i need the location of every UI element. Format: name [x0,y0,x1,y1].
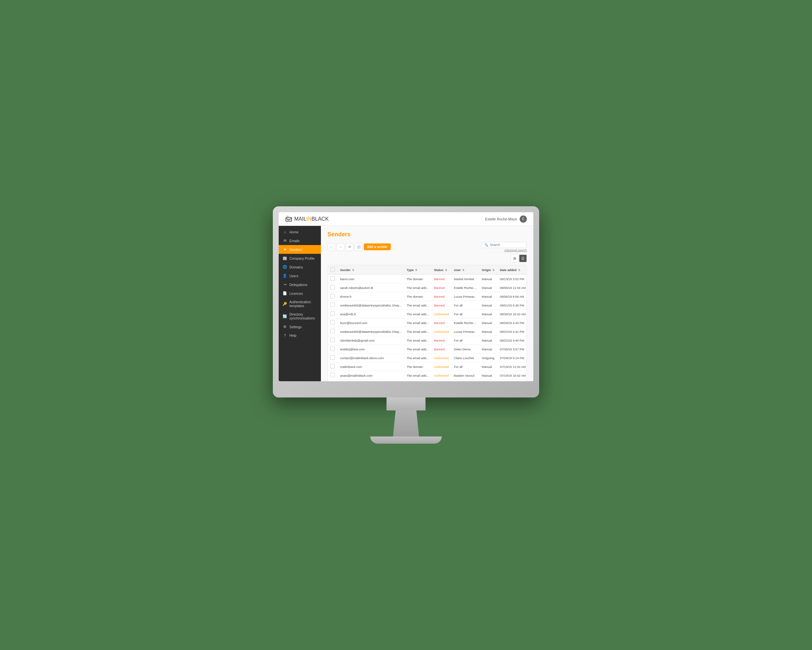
user-col-header[interactable]: User ⇅ [452,265,479,275]
row-origin-6: Manual [479,327,497,336]
sidebar-item-company-profile[interactable]: 🏢Company Profile [279,254,321,263]
row-type-3: The email add... [404,301,431,310]
sidebar-item-help[interactable]: ?Help [279,331,321,340]
row-origin-12: Manual [479,380,497,382]
row-status-6: Authorised [431,327,451,336]
row-status-10: Authorised [431,362,451,371]
row-date-11: 07/19/19 10:42 AM [497,371,527,380]
row-date-6: 08/22/19 4:41 PM [497,327,527,336]
sidebar-item-delegations[interactable]: ↪Delegations [279,280,321,289]
row-origin-5: Manual [479,318,497,327]
row-user-0: Market MArket [452,275,479,283]
row-sender-0: banni.com [337,275,404,283]
row-checkbox-3[interactable] [328,301,337,310]
row-status-5: Banned [431,318,451,327]
sidebar-item-directory-sync[interactable]: 🔄Directory synchronisations [279,310,321,323]
row-sender-8: testdsq@test.com [337,345,404,353]
row-checkbox-10[interactable] [328,362,337,371]
status-col-header[interactable]: Status ⇅ [431,265,451,275]
row-status-8: Banned [431,345,451,353]
search-icon: 🔍 [484,243,488,247]
row-origin-9: Outgoing [479,353,497,362]
search-box: 🔍 [481,242,527,248]
row-sender-6: svetlana4460@dataentryspecialistbiz.1hwy… [337,327,404,336]
row-status-12: Authorised [431,380,451,382]
sidebar-label-licences: Licences [289,292,303,295]
row-origin-8: Manual [479,345,497,353]
date-col-header[interactable]: Date added ⇅ [497,265,527,275]
origin-col-header[interactable]: Origin ⇅ [479,265,497,275]
app-header: ✉ MAILINBLACK Estelle Roche-Maze E [279,212,533,226]
domains-icon: 🌐 [282,265,287,269]
export-button[interactable]: ⬜ [355,243,362,251]
list-view-button[interactable]: ☰ [519,254,527,262]
forward-button[interactable]: → [336,243,344,251]
sidebar-item-emails[interactable]: ✉Emails [279,236,321,245]
sidebar-item-home[interactable]: ⌂Home [279,228,321,236]
users-icon: 👤 [282,274,287,278]
row-origin-0: Manual [479,275,497,283]
row-sender-12: anais2@mailinblack.com [337,380,404,382]
row-type-6: The email add... [404,327,431,336]
type-col-header[interactable]: Type ⇅ [404,265,431,275]
senders-table: Sender ⇅ Type ⇅ Status ⇅ User ⇅ Origin ⇅… [327,265,527,381]
table-row: anais2@mailinblack.com The email add... … [328,380,527,382]
row-user-12: Josette Legrand [452,380,479,382]
directory-sync-icon: 🔄 [282,314,287,318]
senders-icon: ➤ [282,247,287,252]
row-user-3: For all [452,301,479,310]
row-checkbox-4[interactable] [328,310,337,318]
sidebar-item-auth-templates[interactable]: 🔑Authentication templates [279,298,321,310]
row-origin-2: Manual [479,292,497,301]
row-status-3: Banned [431,301,451,310]
user-name: Estelle Roche-Maze [485,217,517,221]
sidebar-item-domains[interactable]: 🌐Domains [279,263,321,271]
row-checkbox-11[interactable] [328,371,337,380]
auth-templates-icon: 🔑 [282,302,287,306]
view-toggle: ⊞ ☰ [511,254,527,262]
sidebar-item-licences[interactable]: 📄Licences [279,289,321,298]
sender-col-header[interactable]: Sender ⇅ [337,265,404,275]
table-row: banni.com The domain Banned Market MArke… [328,275,527,283]
refresh-button[interactable]: ↺ [346,243,353,251]
svg-text:✉: ✉ [287,216,289,218]
row-type-11: The email add... [404,371,431,380]
row-user-6: Lucas Primeau [452,327,479,336]
row-sender-4: ana@mib.fr [337,310,404,318]
row-origin-3: Manual [479,301,497,310]
logo-in: IN [306,216,311,222]
row-status-9: Authorised [431,353,451,362]
row-date-0: 09/13/19 3:52 PM [497,275,527,283]
sidebar-item-senders[interactable]: ➤Senders [279,245,321,254]
row-date-10: 07/19/19 11:02 AM [497,362,527,371]
row-checkbox-6[interactable] [328,327,337,336]
row-checkbox-7[interactable] [328,336,337,345]
row-type-7: The email add... [404,336,431,345]
back-button[interactable]: ← [327,243,335,251]
sidebar-label-settings: Settings [289,325,302,329]
advanced-search-link[interactable]: Advanced search [504,249,527,252]
sidebar-item-users[interactable]: 👤Users [279,271,321,280]
select-all-checkbox[interactable] [330,267,335,272]
row-type-2: The domain [404,292,431,301]
select-all-header[interactable] [328,265,337,275]
row-checkbox-0[interactable] [328,275,337,283]
row-checkbox-1[interactable] [328,283,337,292]
row-checkbox-5[interactable] [328,318,337,327]
home-icon: ⌂ [282,230,287,234]
add-sender-button[interactable]: Add a sender [364,243,391,250]
row-status-7: Banned [431,336,451,345]
row-checkbox-12[interactable] [328,380,337,382]
table-row: ana@mib.fr The email add... Authorised F… [328,310,527,318]
table-row: buzz@buzzard.com The email add... Banned… [328,318,527,327]
logo: ✉ MAILINBLACK [285,216,329,223]
row-checkbox-9[interactable] [328,353,337,362]
row-sender-2: drome.fr [337,292,404,301]
sidebar-item-settings[interactable]: ⚙Settings [279,323,321,331]
row-checkbox-2[interactable] [328,292,337,301]
row-sender-3: svetlana4460@dataentryspecialistbiz.1hwy… [337,301,404,310]
row-checkbox-8[interactable] [328,345,337,353]
help-icon: ? [282,333,287,337]
grid-view-button[interactable]: ⊞ [511,254,518,262]
search-input[interactable] [490,243,524,247]
